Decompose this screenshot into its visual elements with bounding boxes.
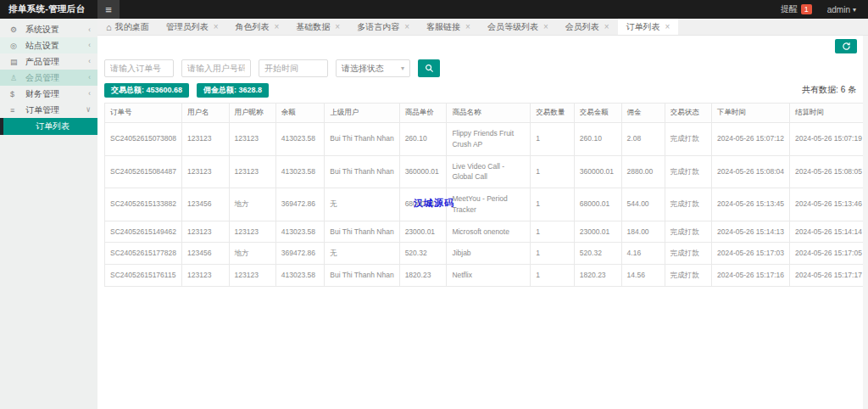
username-label: admin (827, 5, 850, 14)
search-button[interactable] (418, 59, 440, 77)
table-cell: SC24052615176115 (105, 265, 182, 287)
table-cell: 360000.01 (574, 155, 621, 188)
tab-6[interactable]: 客服链接× (418, 19, 479, 35)
search-icon (425, 64, 434, 73)
table-cell: 520.32 (574, 243, 621, 265)
tab-7[interactable]: 会员等级列表× (479, 19, 557, 35)
close-icon[interactable]: × (404, 22, 409, 31)
table-cell: 413023.58 (275, 265, 325, 287)
table-row: SC24052615176115123123123123413023.58Bui… (105, 265, 868, 287)
sidebar-item-label: 站点设置 (23, 40, 88, 52)
chevron-icon: ‹ (88, 41, 91, 50)
tab-5[interactable]: 多语言内容× (348, 19, 418, 35)
table-cell: 413023.58 (275, 221, 325, 243)
sidebar-item-2[interactable]: ◎站点设置‹ (0, 37, 97, 53)
column-header: 余额 (275, 104, 325, 123)
table-cell: 1 (531, 123, 575, 156)
column-header: 用户名 (182, 104, 230, 123)
column-header: 商品名称 (447, 104, 531, 123)
table-cell: SC24052615084487 (105, 155, 182, 188)
sidebar-item-label: 系统设置 (23, 24, 88, 36)
table-cell: Jibjab (447, 243, 531, 265)
table-cell: MeetYou - Period Tracker (447, 188, 531, 221)
reminder-count-badge[interactable]: 1 (801, 4, 812, 14)
refresh-button[interactable] (835, 39, 857, 53)
table-cell: 123123 (182, 155, 230, 188)
table-cell: Microsoft onenote (447, 221, 531, 243)
table-cell: 360000.01 (399, 155, 447, 188)
sidebar-item-5[interactable]: $财务管理‹ (0, 86, 97, 102)
tab-8[interactable]: 会员列表× (557, 19, 618, 35)
table-cell: 544.00 (621, 188, 665, 221)
table-cell: 123123 (182, 221, 230, 243)
table-cell: 2024-05-26 15:17:17 (789, 265, 867, 287)
transaction-total-button[interactable]: 交易总额: 453600.68 (104, 83, 189, 98)
table-cell: 无 (325, 243, 399, 265)
table-cell: 2024-05-26 15:13:45 (712, 188, 790, 221)
table-cell: 地方 (229, 188, 275, 221)
sidebar-item-order-list-active[interactable]: 订单列表 (0, 118, 97, 135)
scrollbar[interactable] (863, 36, 868, 409)
table-cell: 1 (531, 188, 575, 221)
sidebar-item-4[interactable]: ♙会员管理‹ (0, 70, 97, 86)
order-number-input[interactable] (104, 59, 174, 77)
column-header: 订单号 (105, 104, 182, 123)
column-header: 交易数量 (531, 104, 575, 123)
table-cell: 完成打款 (665, 188, 711, 221)
tab-3[interactable]: 角色列表× (227, 19, 288, 35)
close-icon[interactable]: × (604, 22, 609, 31)
table-cell: 413023.58 (275, 123, 325, 156)
close-icon[interactable]: × (665, 22, 670, 31)
start-time-input[interactable] (259, 59, 328, 77)
table-cell: 184.00 (621, 221, 665, 243)
table-cell: 2024-05-26 15:07:12 (712, 123, 790, 156)
table-cell: 369472.86 (275, 243, 325, 265)
tab-2[interactable]: 管理员列表× (158, 19, 227, 35)
user-menu[interactable]: admin ▾ (827, 5, 856, 14)
table-cell: SC24052615073808 (105, 123, 182, 156)
table-row: SC24052615177828123456地方369472.86无520.32… (105, 243, 868, 265)
sidebar-item-3[interactable]: ▤产品管理‹ (0, 53, 97, 70)
close-icon[interactable]: × (275, 22, 280, 31)
table-header-row: 订单号用户名用户昵称余额上级用户商品单价商品名称交易数量交易金额佣金交易状态下单… (105, 104, 868, 123)
column-header: 佣金 (621, 104, 665, 123)
table-cell: 完成打款 (665, 243, 711, 265)
tab-label: 会员列表 (565, 21, 599, 33)
sidebar-item-1[interactable]: ⚙系统设置‹ (0, 21, 97, 37)
table-cell: 2880.00 (621, 155, 665, 188)
table-cell: 1 (531, 243, 575, 265)
close-icon[interactable]: × (465, 22, 470, 31)
chevron-icon: ‹ (88, 25, 91, 34)
close-icon[interactable]: × (214, 22, 219, 31)
table-cell: 260.10 (399, 123, 447, 156)
table-cell: Live Video Call - Global Call (447, 155, 531, 188)
table-row: SC24052615073808123123123123413023.58Bui… (105, 123, 868, 156)
site-icon: ◎ (10, 42, 23, 50)
table-cell: 123123 (229, 155, 275, 188)
column-header: 用户昵称 (229, 104, 275, 123)
close-icon[interactable]: × (335, 22, 340, 31)
filter-row: 请选择状态 ▾ (104, 59, 868, 77)
table-row: SC24052615084487123123123123413023.58Bui… (105, 155, 868, 188)
user-number-input[interactable] (181, 59, 251, 77)
commission-total-button[interactable]: 佣金总额: 3628.8 (197, 83, 269, 98)
table-cell: Bui Thi Thanh Nhan (325, 221, 399, 243)
status-select[interactable]: 请选择状态 ▾ (336, 59, 410, 77)
chevron-down-icon: ▾ (401, 64, 404, 72)
tab-label: 我的桌面 (115, 21, 149, 33)
tab-1[interactable]: ⌂我的桌面 (97, 19, 158, 35)
table-cell: 2024-05-26 15:14:14 (789, 221, 867, 243)
column-header: 商品单价 (399, 104, 447, 123)
tab-4[interactable]: 基础数据× (287, 19, 348, 35)
sidebar-item-6[interactable]: ≡订单管理∨ (0, 102, 97, 118)
chevron-icon: ‹ (88, 57, 91, 66)
hamburger-menu-icon[interactable]: ≡ (97, 0, 120, 19)
refresh-icon (842, 42, 851, 51)
tab-9[interactable]: 订单列表× (618, 19, 679, 35)
main-content: 请选择状态 ▾ 交易总额: 453600.68佣金总额: 3628.8 共有数据… (97, 36, 868, 409)
reminder-link[interactable]: 提醒 (781, 3, 798, 15)
close-icon[interactable]: × (543, 22, 548, 31)
status-select-value: 请选择状态 (342, 63, 384, 75)
table-cell: 2.08 (621, 123, 665, 156)
tab-label: 会员等级列表 (487, 21, 538, 33)
